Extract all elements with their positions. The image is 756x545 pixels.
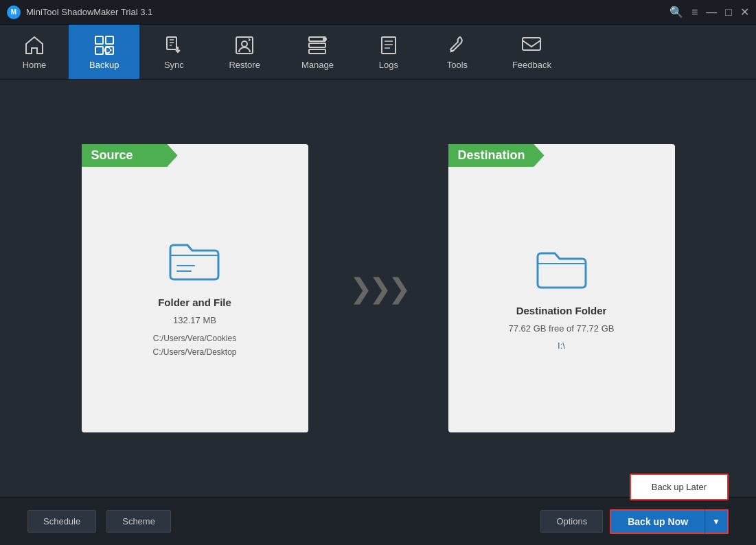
source-body: Folder and File 132.17 MB C:/Users/Vera/… xyxy=(152,238,236,358)
logs-icon xyxy=(378,34,400,56)
nav-label-sync: Sync xyxy=(164,60,184,70)
backup-dropdown-popup: Back up Later xyxy=(630,474,729,500)
backup-later-button[interactable]: Back up Later xyxy=(631,475,727,499)
tools-icon xyxy=(446,34,468,56)
destination-path: I:\ xyxy=(558,340,565,351)
svg-rect-2 xyxy=(95,47,103,54)
nav-item-home[interactable]: Home xyxy=(0,25,69,79)
nav-item-tools[interactable]: Tools xyxy=(423,25,492,79)
backup-now-button[interactable]: Back up Now xyxy=(610,509,705,534)
navbar: Home Backup Sync Restore xyxy=(0,25,756,80)
app-logo: M xyxy=(7,5,21,19)
backup-dropdown-arrow[interactable]: ▼ xyxy=(705,509,729,534)
maximize-button[interactable]: □ xyxy=(725,6,732,19)
nav-label-manage: Manage xyxy=(301,60,334,70)
nav-label-logs: Logs xyxy=(379,60,398,70)
manage-icon xyxy=(306,34,328,56)
svg-rect-9 xyxy=(309,49,325,54)
nav-label-home: Home xyxy=(23,60,47,70)
svg-rect-0 xyxy=(95,36,103,44)
feedback-icon xyxy=(520,34,542,56)
destination-size: 77.62 GB free of 77.72 GB xyxy=(509,323,615,334)
source-path1: C:/Users/Vera/Cookies xyxy=(152,332,236,345)
nav-item-manage[interactable]: Manage xyxy=(281,25,354,79)
bottom-right: Options Back up Now ▼ xyxy=(540,509,729,534)
source-header: Source xyxy=(82,144,178,167)
source-folder-icon xyxy=(167,238,222,283)
destination-card[interactable]: Destination Destination Folder 77.62 GB … xyxy=(448,144,675,432)
nav-item-restore[interactable]: Restore xyxy=(208,25,281,79)
destination-folder-icon xyxy=(534,246,589,291)
source-path2: C:/Users/Vera/Desktop xyxy=(152,346,236,359)
nav-item-sync[interactable]: Sync xyxy=(139,25,208,79)
svg-rect-4 xyxy=(167,37,176,49)
restore-icon xyxy=(233,34,255,56)
destination-title: Destination Folder xyxy=(516,305,607,316)
arrow-container: ❯❯❯ xyxy=(350,272,407,304)
svg-point-10 xyxy=(323,37,327,41)
nav-label-feedback: Feedback xyxy=(512,60,551,70)
bottom-bar: Schedule Scheme Options Back up Now ▼ Ba… xyxy=(0,497,756,545)
titlebar-left: M MiniTool ShadowMaker Trial 3.1 xyxy=(7,5,152,19)
titlebar-controls[interactable]: 🔍 ≡ — □ ✕ xyxy=(669,5,749,19)
svg-rect-12 xyxy=(523,38,540,50)
nav-item-feedback[interactable]: Feedback xyxy=(492,25,572,79)
source-card[interactable]: Source Folder and File 132.17 MB C:/User… xyxy=(82,144,308,432)
svg-rect-1 xyxy=(106,36,113,44)
close-button[interactable]: ✕ xyxy=(740,5,749,19)
options-button[interactable]: Options xyxy=(540,510,603,533)
source-title: Folder and File xyxy=(158,297,231,308)
schedule-button[interactable]: Schedule xyxy=(27,510,96,533)
bottom-left: Schedule Scheme xyxy=(27,510,171,533)
backup-icon xyxy=(93,34,115,56)
scheme-button[interactable]: Scheme xyxy=(106,510,171,533)
svg-rect-8 xyxy=(309,43,325,47)
backup-now-group: Back up Now ▼ xyxy=(610,509,729,534)
destination-body: Destination Folder 77.62 GB free of 77.7… xyxy=(509,246,615,351)
search-icon[interactable]: 🔍 xyxy=(669,5,683,19)
home-icon xyxy=(23,34,45,56)
app-title: MiniTool ShadowMaker Trial 3.1 xyxy=(26,7,152,17)
nav-label-backup: Backup xyxy=(89,60,119,70)
sync-icon xyxy=(163,34,185,56)
svg-point-6 xyxy=(242,41,247,47)
source-size: 132.17 MB xyxy=(173,315,216,325)
menu-icon[interactable]: ≡ xyxy=(691,6,698,19)
nav-label-tools: Tools xyxy=(447,60,468,70)
nav-item-backup[interactable]: Backup xyxy=(69,25,139,79)
svg-rect-11 xyxy=(382,37,396,54)
destination-header: Destination xyxy=(448,144,545,167)
nav-item-logs[interactable]: Logs xyxy=(354,25,423,79)
nav-label-restore: Restore xyxy=(229,60,260,70)
main-content: Source Folder and File 132.17 MB C:/User… xyxy=(0,80,756,497)
titlebar: M MiniTool ShadowMaker Trial 3.1 🔍 ≡ — □… xyxy=(0,0,756,25)
source-paths: C:/Users/Vera/Cookies C:/Users/Vera/Desk… xyxy=(152,332,236,358)
minimize-button[interactable]: — xyxy=(706,6,717,19)
forward-arrow: ❯❯❯ xyxy=(350,272,407,304)
